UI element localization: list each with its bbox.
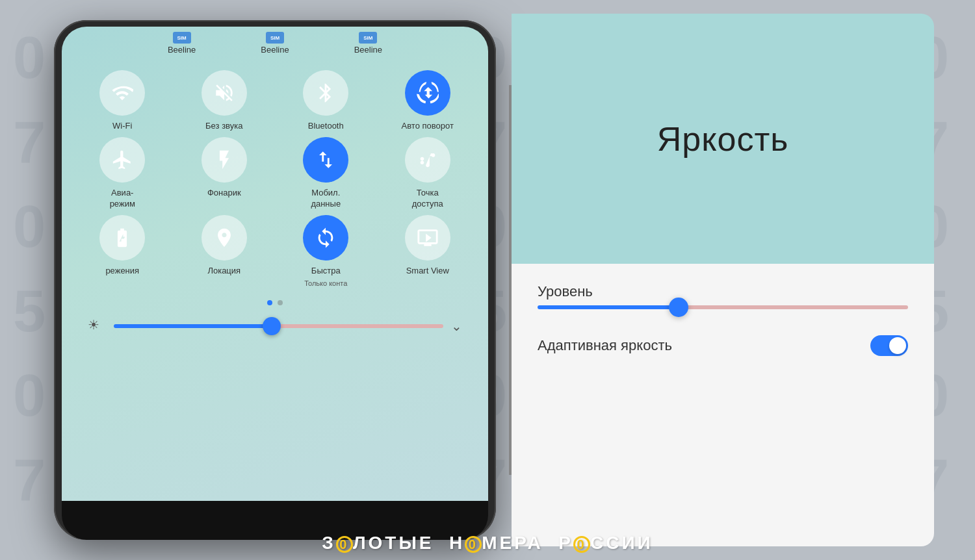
bluetooth-icon	[315, 82, 337, 104]
qs-mobiledata-icon-wrap[interactable]	[303, 137, 348, 183]
qs-airplane-icon-wrap[interactable]	[99, 137, 145, 183]
dot-2[interactable]	[278, 300, 283, 305]
qs-bluetooth-icon-wrap[interactable]	[303, 70, 348, 116]
sim-item-2: SIM Beeline	[261, 32, 289, 55]
main-container: SIM Beeline SIM Beeline SIM Beeline	[32, 14, 942, 546]
brightness-title: Яркость	[657, 120, 789, 159]
adaptive-brightness-row: Адаптивная яркость	[538, 335, 908, 356]
sim-label-1: Beeline	[168, 45, 196, 55]
qs-location-label: Локация	[207, 266, 240, 277]
qs-airplane[interactable]: Авиа-режим	[75, 137, 170, 210]
brightness-level-slider[interactable]	[538, 305, 908, 309]
phone-brightness-slider[interactable]	[114, 324, 443, 328]
hotspot-icon	[417, 149, 439, 171]
qs-hotspot-icon-wrap[interactable]	[405, 137, 450, 183]
zero-circle-1: 0	[336, 536, 353, 553]
mute-icon	[213, 82, 235, 104]
qs-smartview-icon-wrap[interactable]	[405, 215, 450, 261]
brightness-top-section: Яркость	[512, 14, 934, 264]
toggle-knob	[889, 337, 906, 354]
qs-bluetooth[interactable]: Bluetooth	[278, 70, 374, 132]
level-label: Уровень	[538, 283, 593, 299]
mobiledata-icon	[315, 149, 337, 171]
qs-flashlight-icon-wrap[interactable]	[202, 137, 247, 183]
autorotate-icon	[417, 82, 439, 104]
flashlight-icon	[213, 149, 235, 171]
qs-batterysaver-icon-wrap[interactable]	[99, 215, 145, 261]
level-section: Уровень	[538, 283, 908, 309]
phone-brightness-bar: ☀ ⌄	[75, 312, 475, 340]
phone-screen: SIM Beeline SIM Beeline SIM Beeline	[62, 27, 488, 501]
qs-grid: Wi-Fi Без звука	[75, 64, 475, 294]
qs-mobiledata[interactable]: Мобил.данные	[278, 137, 374, 210]
chevron-down-icon[interactable]: ⌄	[451, 318, 462, 334]
smartview-icon	[417, 227, 439, 249]
qs-batterysaver[interactable]: режения	[75, 215, 170, 287]
qs-bluetooth-label: Bluetooth	[308, 121, 344, 132]
pagination-dots	[75, 294, 475, 312]
phone-brightness-thumb[interactable]	[263, 317, 281, 335]
qs-wifi-label: Wi-Fi	[112, 121, 132, 132]
qs-hotspot-label: Точкадоступа	[412, 188, 443, 210]
adaptive-label: Адаптивная яркость	[538, 337, 672, 354]
qs-quickshare-sublabel: Только конта	[304, 279, 347, 287]
qs-hotspot[interactable]: Точкадоступа	[380, 137, 476, 210]
sim-item-3: SIM Beeline	[354, 32, 382, 55]
brightness-bottom-section: Уровень Адаптивная яркость	[512, 264, 934, 546]
qs-wifi-icon-wrap[interactable]	[99, 70, 145, 116]
qs-location[interactable]: Локация	[177, 215, 272, 287]
qs-wifi[interactable]: Wi-Fi	[75, 70, 170, 132]
qs-autorotate[interactable]: Авто поворот	[380, 70, 476, 132]
watermark: З0ЛОТЫЕ Н0МЕРА Р0ССИИ	[0, 533, 975, 554]
sim-label-3: Beeline	[354, 45, 382, 55]
qs-smartview-label: Smart View	[406, 266, 449, 277]
wifi-icon	[111, 82, 133, 104]
adaptive-toggle[interactable]	[870, 335, 908, 356]
sim-icon-2: SIM	[266, 32, 284, 44]
qs-flashlight-label: Фонарик	[207, 188, 241, 199]
quick-settings: Wi-Fi Без звука	[62, 57, 488, 501]
qs-quickshare[interactable]: Быстра Только конта	[278, 215, 374, 287]
qs-mobiledata-label: Мобил.данные	[311, 188, 341, 210]
brightness-level-thumb[interactable]	[669, 298, 688, 317]
zero-circle-2: 0	[465, 536, 482, 553]
battery-icon	[111, 227, 133, 249]
sim-label-2: Beeline	[261, 45, 289, 55]
phone-mockup: SIM Beeline SIM Beeline SIM Beeline	[41, 14, 509, 546]
qs-flashlight[interactable]: Фонарик	[177, 137, 272, 210]
phone-outer: SIM Beeline SIM Beeline SIM Beeline	[54, 20, 496, 540]
qs-mute-icon-wrap[interactable]	[202, 70, 247, 116]
qs-batterysaver-label: режения	[105, 266, 139, 277]
qs-autorotate-icon-wrap[interactable]	[405, 70, 450, 116]
sim-indicators: SIM Beeline SIM Beeline SIM Beeline	[62, 27, 488, 57]
qs-smartview[interactable]: Smart View	[380, 215, 476, 287]
qs-location-icon-wrap[interactable]	[202, 215, 247, 261]
brightness-sun-icon: ☀	[88, 317, 106, 335]
quickshare-icon	[315, 227, 337, 249]
brightness-panel: Яркость Уровень Адаптивная яркость	[512, 14, 934, 546]
location-icon	[213, 227, 235, 249]
sim-icon-3: SIM	[359, 32, 377, 44]
zero-circle-3: 0	[573, 536, 590, 553]
qs-autorotate-label: Авто поворот	[402, 121, 454, 132]
qs-mute[interactable]: Без звука	[177, 70, 272, 132]
airplane-icon	[111, 149, 133, 171]
sim-icon-1: SIM	[173, 32, 191, 44]
dot-1[interactable]	[267, 300, 272, 305]
sim-item-1: SIM Beeline	[168, 32, 196, 55]
qs-quickshare-label: Быстра	[311, 266, 341, 277]
qs-airplane-label: Авиа-режим	[110, 188, 135, 210]
qs-mute-label: Без звука	[205, 121, 242, 132]
qs-quickshare-icon-wrap[interactable]	[303, 215, 348, 261]
